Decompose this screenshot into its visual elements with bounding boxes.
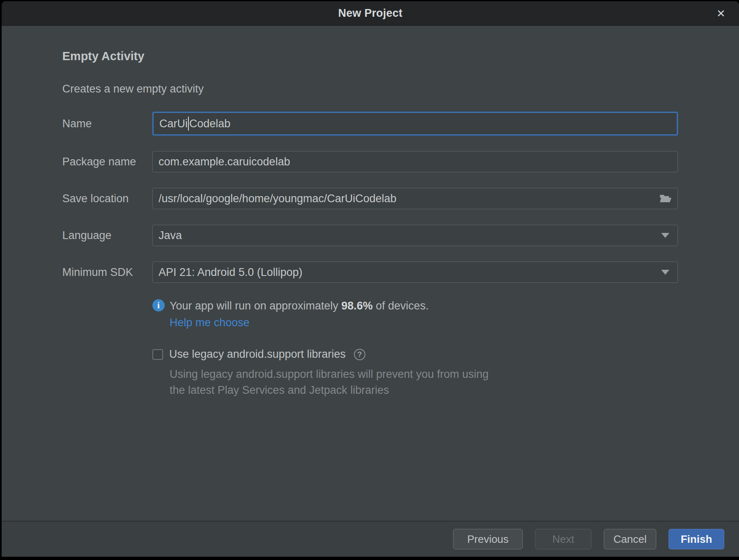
- new-project-dialog: New Project ✕ Empty Activity Creates a n…: [2, 1, 739, 557]
- info-icon: i: [152, 299, 165, 312]
- package-name-row: Package name com.example.caruicodelab: [62, 151, 678, 172]
- sdk-info-text: Your app will run on approximately 98.6%…: [170, 298, 428, 313]
- minimum-sdk-value: API 21: Android 5.0 (Lollipop): [159, 266, 302, 279]
- help-question-icon[interactable]: ?: [354, 349, 365, 360]
- chevron-down-icon: [661, 270, 669, 275]
- save-location-label: Save location: [62, 192, 152, 205]
- name-input[interactable]: CarUiCodelab: [152, 112, 678, 135]
- language-value: Java: [159, 229, 182, 242]
- language-row: Language Java: [62, 225, 678, 246]
- minimum-sdk-label: Minimum SDK: [62, 266, 152, 279]
- name-label: Name: [62, 117, 152, 130]
- browse-folder-icon[interactable]: [660, 194, 672, 203]
- help-me-choose-link[interactable]: Help me choose: [170, 316, 249, 329]
- page-title: Empty Activity: [62, 50, 739, 63]
- legacy-libraries-description: Using legacy android.support libraries w…: [170, 366, 739, 398]
- next-button[interactable]: Next: [535, 529, 592, 549]
- close-icon[interactable]: ✕: [712, 1, 730, 26]
- project-form: Name CarUiCodelab Package name com.examp…: [62, 112, 678, 283]
- chevron-down-icon: [661, 233, 669, 238]
- language-label: Language: [62, 229, 152, 242]
- save-location-input[interactable]: /usr/local/google/home/youngmac/CarUiCod…: [152, 188, 678, 209]
- sdk-info-suffix: of devices.: [373, 300, 429, 312]
- finish-button[interactable]: Finish: [669, 529, 724, 549]
- previous-button[interactable]: Previous: [453, 529, 523, 549]
- dialog-content: Empty Activity Creates a new empty activ…: [2, 26, 739, 521]
- sdk-info-prefix: Your app will run on approximately: [170, 300, 341, 312]
- save-location-value: /usr/local/google/home/youngmac/CarUiCod…: [159, 192, 397, 205]
- package-name-input[interactable]: com.example.caruicodelab: [152, 151, 678, 172]
- legacy-libraries-label[interactable]: Use legacy android.support libraries: [169, 348, 346, 361]
- name-row: Name CarUiCodelab: [62, 112, 678, 135]
- legacy-libraries-checkbox[interactable]: [152, 349, 163, 360]
- package-name-label: Package name: [62, 156, 152, 168]
- titlebar: New Project ✕: [2, 1, 739, 26]
- window-title: New Project: [338, 7, 403, 20]
- name-value-after-caret: Codelab: [189, 117, 231, 130]
- minimum-sdk-dropdown[interactable]: API 21: Android 5.0 (Lollipop): [152, 262, 678, 283]
- package-name-value: com.example.caruicodelab: [159, 156, 290, 168]
- page-subtitle: Creates a new empty activity: [62, 83, 739, 95]
- cancel-button[interactable]: Cancel: [604, 529, 656, 549]
- name-value-before-caret: CarUi: [159, 117, 188, 130]
- legacy-libraries-row: Use legacy android.support libraries ?: [152, 348, 739, 361]
- sdk-info: i Your app will run on approximately 98.…: [152, 298, 739, 313]
- text-caret: [188, 117, 189, 131]
- sdk-info-percent: 98.6%: [341, 300, 373, 312]
- footer: Previous Next Cancel Finish: [2, 521, 739, 557]
- save-location-row: Save location /usr/local/google/home/you…: [62, 188, 678, 209]
- language-dropdown[interactable]: Java: [152, 225, 678, 246]
- minimum-sdk-row: Minimum SDK API 21: Android 5.0 (Lollipo…: [62, 262, 678, 283]
